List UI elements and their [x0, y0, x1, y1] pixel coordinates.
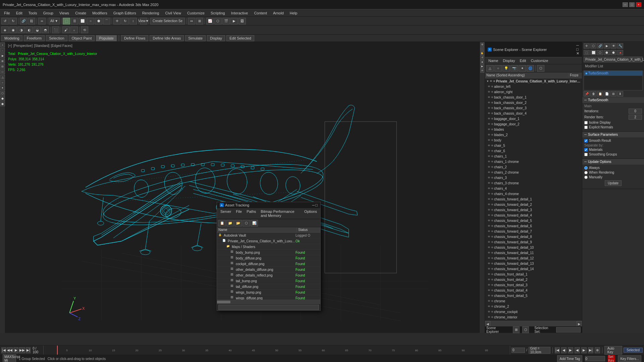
sub-selection-btn-6[interactable]: ◓ [42, 26, 49, 33]
graph-editors-button[interactable]: 📈 [206, 18, 214, 24]
minimize-button[interactable]: ─ [623, 2, 628, 7]
goto-end-btn[interactable]: ▶| [588, 347, 593, 353]
close-button[interactable]: ✕ [636, 2, 641, 7]
left-btn-5[interactable]: ⊟ [0, 64, 5, 69]
scene-item-cfd4[interactable]: 👁 ❄ chassis_forward_detail_4 [485, 213, 582, 218]
mod-tb-motion[interactable]: ▶ [604, 43, 610, 49]
tab-modeling[interactable]: Modeling [1, 35, 22, 41]
left-btn-9[interactable]: ✦ [0, 85, 5, 90]
modifier-list[interactable]: ■ TurboSmooth [584, 70, 643, 90]
at-tb-5[interactable]: 📊 [251, 220, 258, 227]
scene-item-chairs2c[interactable]: 👁 ❄ chairs_2 chrome [485, 170, 582, 175]
scene-item-cfd13[interactable]: 👁 ❄ chassis_forward_detail_13 [485, 261, 582, 266]
at-menu-server[interactable]: Server [218, 209, 233, 218]
se-scrollbar-track[interactable] [490, 321, 577, 326]
at-item-maps-folder[interactable]: 📁 Maps / Shaders [217, 244, 320, 250]
mod-pin-btn[interactable]: 📌 [584, 91, 590, 97]
viewport-plus[interactable]: [+] [8, 44, 12, 48]
mod-tb2-2[interactable]: ⬜ [590, 50, 596, 55]
se-tb-geo[interactable]: △ [486, 65, 494, 72]
rect-select-button[interactable]: ⬜ [79, 18, 86, 24]
at-menu-paths[interactable]: Paths [245, 209, 258, 218]
scene-item-cfd3[interactable]: 👁 ❄ chassis_forward_detail_3 [485, 207, 582, 213]
left-btn-10[interactable]: ⬡ [0, 91, 5, 96]
left-btn-1[interactable]: + [0, 43, 5, 47]
mod-make-unique-btn[interactable]: ⊞ [610, 91, 616, 97]
mod-collapse-btn[interactable]: ⬇ [617, 91, 623, 97]
play-fwd-btn[interactable]: ▶ [568, 347, 573, 353]
when-rendering-radio[interactable] [584, 171, 588, 174]
mod-tb-hierarchy[interactable]: 🔗 [597, 43, 603, 49]
scene-item-chairs3[interactable]: 👁 ❄ chairs_3 [485, 175, 582, 180]
menu-modifiers[interactable]: Modifiers [90, 10, 110, 16]
se-menu-customize[interactable]: Customize [529, 58, 550, 63]
se-tb-helper[interactable]: ✦ [519, 65, 526, 72]
at-item-tail-diffuse[interactable]: 🖼 tail_diffuse.png Found [217, 284, 320, 290]
scene-item-cfd5[interactable]: 👁 ❄ chassis_forward_detail_5 [485, 218, 582, 223]
scene-item-chrome-interior[interactable]: 👁 ❄ chrome_interior [485, 314, 582, 320]
goto-start-btn[interactable]: |◀ [555, 347, 560, 353]
at-list[interactable]: 🔒 Autodesk Vault Logged O 📄 Private_Jet_… [217, 233, 320, 300]
filter-dropdown[interactable]: All ▼ [49, 18, 60, 24]
at-tb-3[interactable]: 📂 [234, 220, 242, 227]
se-tb-cam[interactable]: 📷 [511, 65, 518, 72]
unlink-button[interactable]: ⛓ [28, 18, 35, 24]
tab-display[interactable]: Display [207, 35, 225, 41]
menu-arnold[interactable]: Arnold [270, 10, 286, 16]
swift-loop-btn[interactable]: ⟲ [81, 26, 88, 33]
manually-radio[interactable] [584, 176, 588, 179]
always-radio[interactable] [584, 166, 588, 170]
timeline-track[interactable]: 5 10 15 20 25 30 35 40 45 50 55 60 65 70… [44, 346, 510, 355]
scene-item-blades[interactable]: 👁 ❄ blades [485, 127, 582, 132]
add-time-tag-btn[interactable]: Add Time Tag [557, 355, 582, 362]
soft-select-btn[interactable]: ⬦ [70, 26, 78, 33]
se-menu-edit[interactable]: Edit [518, 58, 528, 63]
se-scroll-right[interactable]: ▶ [577, 321, 582, 326]
left-btn-8[interactable]: ○ [0, 80, 5, 85]
orbit-btn[interactable]: ⟳ [480, 69, 484, 73]
scene-item-cfd12[interactable]: 👁 ❄ chassis_forward_detail_12 [485, 255, 582, 261]
tab-edit-selected[interactable]: Edit Selected [226, 35, 254, 41]
at-item-other-details-reflect[interactable]: 🖼 other_details_reflect.png Found [217, 273, 320, 278]
at-scrollbar-thumb[interactable] [217, 301, 230, 303]
se-menu-name[interactable]: Name [486, 58, 500, 63]
scene-item-root[interactable]: ▼ 👁 ❄ Private_Jet_Cessna_Citation_X_with… [485, 78, 582, 84]
menu-rendering[interactable]: Rendering [140, 10, 162, 16]
scene-item-bcd2[interactable]: 👁 ❄ back_chassis_door_2 [485, 100, 582, 105]
se-tb-light[interactable]: 💡 [502, 65, 510, 72]
surface-params-header[interactable]: ─ Surface Parameters [582, 132, 644, 137]
scene-item-cfrd3[interactable]: 👁 ❄ chassis_front_detail_3 [485, 282, 582, 288]
se-restore-btn[interactable]: □ [576, 47, 579, 51]
tab-define-idle[interactable]: Define Idle Areas [150, 35, 184, 41]
scene-item-cfd10[interactable]: 👁 ❄ chassis_forward_detail_10 [485, 245, 582, 250]
play-btn[interactable]: ▶ [13, 347, 18, 353]
menu-tools[interactable]: Tools [26, 10, 40, 16]
mod-tb2-4[interactable]: ⬢ [604, 50, 610, 55]
redo-button[interactable]: ↻ [9, 18, 17, 24]
at-search-input[interactable] [218, 305, 319, 310]
material-editor-button[interactable]: ⬡ [214, 18, 222, 24]
field-of-view-btn[interactable]: ◈ [480, 60, 484, 64]
scene-item-chair5[interactable]: 👁 ❄ chair_5 [485, 143, 582, 148]
at-item-wings-bump[interactable]: 🖼 wings_bump.png Found [217, 290, 320, 295]
play-rev-btn[interactable]: ◀ [575, 347, 580, 353]
scene-item-chairs1c[interactable]: 👁 ❄ chairs_1 chrome [485, 159, 582, 164]
window-controls[interactable]: ─ □ ✕ [623, 2, 641, 7]
left-btn-6[interactable]: □ [0, 69, 5, 74]
reference-coord-dropdown[interactable]: View▼ [140, 18, 147, 24]
mod-copy-btn[interactable]: 📋 [597, 91, 603, 97]
scene-item-cfd8[interactable]: 👁 ❄ chassis_forward_detail_8 [485, 234, 582, 239]
at-window-controls[interactable]: ─ □ [312, 203, 318, 207]
mod-tb-create[interactable]: ✛ [584, 43, 590, 49]
mod-tb2-6[interactable]: 🔺 [617, 50, 623, 55]
smoothing-groups-cb[interactable] [584, 153, 588, 156]
at-tb-4[interactable]: ⬡ [243, 220, 250, 227]
left-btn-12[interactable]: ⬣ [0, 102, 5, 106]
scene-item-chairs3c[interactable]: 👁 ❄ chairs_3 chrome [485, 180, 582, 186]
tab-define-flows[interactable]: Define Flows [121, 35, 149, 41]
at-menu-file[interactable]: File [234, 209, 244, 218]
key-filters-btn[interactable]: Key Filters... [618, 355, 641, 362]
scene-item-bcd4[interactable]: 👁 ❄ back_chassis_door_4 [485, 111, 582, 116]
update-button[interactable]: Update [605, 180, 622, 186]
at-tb-2[interactable]: 📁 [226, 220, 234, 227]
